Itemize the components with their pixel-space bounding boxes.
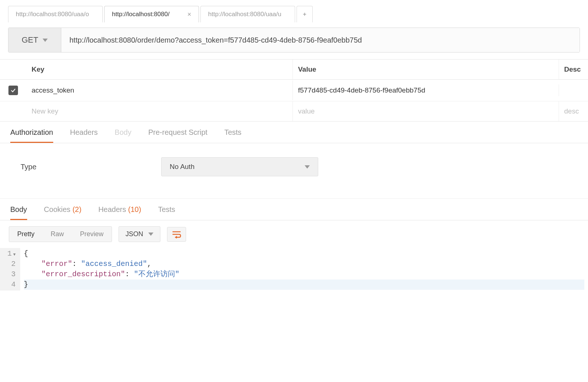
authorization-panel: Type No Auth [0,143,588,199]
line-number: 4 [11,280,16,289]
line-number: 2 [11,260,16,268]
auth-selected: No Auth [170,163,195,171]
param-value-input-new[interactable] [293,101,559,121]
tab-inactive-1[interactable]: http://localhost:8080/uaa/o [8,6,103,22]
plus-icon: + [303,11,306,18]
language-select[interactable]: JSON [119,226,160,242]
param-key-input-new[interactable] [26,101,293,121]
request-tabs: Authorization Headers Body Pre-request S… [0,122,588,143]
row-checkbox-cell [0,80,26,101]
line-number: 1 [7,249,12,258]
col-check [0,64,26,75]
col-description: Desc [559,60,588,79]
tab-bar: http://localhost:8080/uaa/o http://local… [0,0,588,22]
brace-close: } [24,280,28,289]
tab-prerequest[interactable]: Pre-request Script [148,128,207,143]
line-number: 3 [11,270,16,278]
tab-headers[interactable]: Headers [70,128,98,143]
check-icon [10,87,16,93]
brace-open: { [24,249,28,258]
method-label: GET [22,35,38,45]
tab-response-headers[interactable]: Headers (10) [98,205,141,220]
param-desc-cell [559,84,588,96]
tab-response-body[interactable]: Body [10,205,27,220]
wrap-lines-button[interactable] [167,227,186,242]
comma: , [147,260,152,268]
colon: : [72,260,81,268]
line-gutter: 1▼ 2 3 4 [0,248,20,291]
tab-tests[interactable]: Tests [224,128,242,143]
view-pretty-button[interactable]: Pretty [9,227,43,242]
tab-label: http://localhost:8080/uaa/o [16,11,89,18]
fold-icon[interactable]: ▼ [13,252,16,257]
headers-label: Headers [98,205,126,213]
method-select[interactable]: GET [8,28,61,52]
code-lines[interactable]: { "error": "access_denied", "error_descr… [20,248,588,291]
headers-count: (10) [128,205,141,213]
params-header-row: Key Value Desc [0,60,588,80]
close-icon[interactable]: × [187,11,191,18]
tab-active[interactable]: http://localhost:8080/ × [104,6,199,22]
json-string: "access_denied" [81,260,147,268]
request-bar: GET [8,28,580,53]
tab-authorization[interactable]: Authorization [10,128,53,143]
language-label: JSON [126,230,143,238]
tab-inactive-2[interactable]: http://localhost:8080/uaa/u [200,6,295,22]
json-key: "error_description" [41,270,125,278]
colon: : [125,270,134,278]
response-body: 1▼ 2 3 4 { "error": "access_denied", "er… [0,248,588,291]
view-preview-button[interactable]: Preview [72,227,112,242]
url-input[interactable] [61,28,580,52]
view-mode-group: Pretty Raw Preview [9,226,112,242]
chevron-down-icon [148,233,153,236]
cookies-label: Cookies [44,205,70,213]
auth-type-select[interactable]: No Auth [161,157,318,176]
param-key-input[interactable] [26,80,293,100]
json-string: "不允许访问" [134,270,179,278]
tab-label: http://localhost:8080/uaa/u [208,11,281,18]
format-bar: Pretty Raw Preview JSON [0,220,588,248]
table-row-new [0,101,588,121]
col-value: Value [293,60,559,79]
json-key: "error" [41,260,72,268]
auth-type-label: Type [21,163,36,171]
chevron-down-icon [305,165,310,169]
svg-marker-1 [175,236,177,238]
chevron-down-icon [43,39,48,42]
wrap-icon [172,230,181,238]
param-value-input[interactable] [293,80,559,100]
params-table: Key Value Desc [0,59,588,122]
tab-response-tests[interactable]: Tests [158,205,175,220]
response-tabs: Body Cookies (2) Headers (10) Tests [0,199,588,220]
view-raw-button[interactable]: Raw [43,227,72,242]
tab-label: http://localhost:8080/ [112,11,170,18]
add-tab-button[interactable]: + [297,6,313,22]
cookies-count: (2) [72,205,81,213]
tab-body[interactable]: Body [115,128,131,143]
checkbox-checked[interactable] [8,86,18,95]
table-row [0,80,588,101]
row-checkbox-cell [0,105,26,117]
tab-response-cookies[interactable]: Cookies (2) [44,205,81,220]
param-desc-input-new[interactable] [559,101,588,121]
col-key: Key [26,60,293,79]
